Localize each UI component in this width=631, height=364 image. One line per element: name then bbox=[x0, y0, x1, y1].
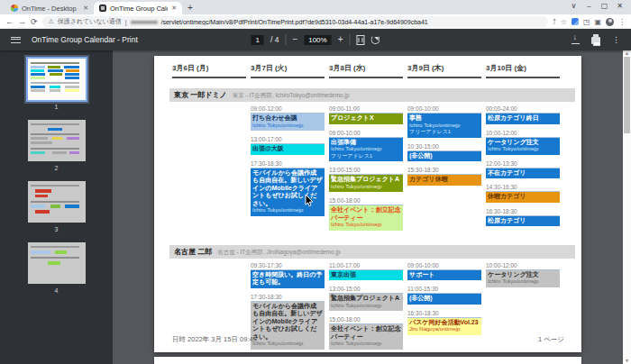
event-time: 09:00-11:00 bbox=[329, 105, 403, 114]
thumbnail-content-bar bbox=[31, 141, 52, 144]
browser-menu-chevron-icon[interactable]: ∨ bbox=[566, 0, 581, 13]
url-path: /servlet/ontimegc/Main/v8/PdfPrint/OnTim… bbox=[160, 19, 427, 25]
event-block: ケータリング注文Ichiro Tokyo/ontimejp bbox=[486, 138, 560, 155]
side-panel-icon[interactable]: ▣ bbox=[594, 18, 601, 26]
security-label: 保護されていない通信 bbox=[58, 17, 122, 26]
scroll-up-icon[interactable]: ▲ bbox=[623, 50, 631, 57]
scroll-down-icon[interactable]: ▼ bbox=[623, 358, 631, 364]
event-organizer: Ichiro Tokyo/ontimejp bbox=[488, 278, 558, 286]
event-time: 14:30-16:30 bbox=[486, 183, 560, 192]
event-block: ケータリング注文Ichiro Tokyo/ontimejp bbox=[486, 270, 560, 287]
event-block: 全社イベント：創立記念パーティーIchiro Tokyo/ontimejp bbox=[329, 205, 403, 231]
event-organizer: Ichiro Tokyo/ontimejp bbox=[331, 303, 401, 310]
event-time: 17:30-18:30 bbox=[251, 159, 325, 168]
bookmark-star-icon[interactable]: ☆ bbox=[561, 18, 567, 26]
vertical-scrollbar[interactable]: ▲ ▼ bbox=[623, 50, 631, 364]
event-time: 11:00-15:30 bbox=[407, 285, 481, 294]
thumbnail-content-bar bbox=[31, 82, 79, 84]
calendar-event: 10:30-15:00(非公開) bbox=[407, 142, 481, 162]
back-icon[interactable]: ← bbox=[5, 14, 14, 29]
page-thumbnail-4[interactable] bbox=[28, 242, 86, 284]
event-title: 緊急招集プロジェクトA bbox=[331, 176, 401, 184]
calendar-event: 12:00-13:30不在カテゴリ bbox=[486, 159, 560, 179]
minimize-button[interactable]: – bbox=[581, 0, 597, 13]
event-title: 松原カテゴリ終日 bbox=[488, 114, 558, 123]
new-tab-button[interactable]: + bbox=[187, 3, 193, 13]
tab-title: OnTime Group Calendar - Print bbox=[110, 5, 168, 13]
day-column: 00:00-24:00松原カテゴリ終日10:00-12:00ケータリング注文Ic… bbox=[486, 105, 560, 231]
tab-close-icon[interactable]: ✕ bbox=[83, 5, 88, 12]
page-number-input[interactable]: 1 bbox=[251, 35, 263, 45]
page-thumbnail-3[interactable] bbox=[28, 181, 86, 223]
maximize-button[interactable]: ▢ bbox=[597, 0, 612, 13]
event-block: サポート bbox=[407, 270, 481, 281]
page-total-label: / 4 bbox=[270, 35, 279, 44]
share-icon[interactable]: ⤴ bbox=[553, 18, 556, 26]
not-secure-warning-icon: ⚠ bbox=[49, 18, 54, 25]
rotate-icon[interactable] bbox=[371, 35, 380, 44]
pdf-document-title: OnTime Group Calendar - Print bbox=[32, 35, 138, 44]
event-block: 打ち合わせ会議Ichiro Tokyo/ontimejp bbox=[251, 114, 325, 131]
zoom-level-input[interactable]: 100% bbox=[304, 35, 331, 45]
reload-icon[interactable]: ⟳ bbox=[31, 14, 38, 29]
event-organizer: フリーアドレス1 bbox=[331, 153, 401, 160]
event-block: 松原カテゴリ bbox=[486, 216, 560, 227]
pdf-menu-icon[interactable] bbox=[11, 37, 21, 43]
scrollbar-thumb[interactable] bbox=[624, 57, 630, 133]
page-thumbnail-2[interactable] bbox=[28, 120, 86, 161]
zoom-in-button[interactable]: + bbox=[338, 31, 343, 49]
pdf-page-1: 3月6日 (月)3月7日 (火)3月8日 (水)3月9日 (木)3月10日 (金… bbox=[154, 56, 581, 352]
pdf-viewer-content: 1234 3月6日 (月)3月7日 (火)3月8日 (水)3月9日 (木)3月1… bbox=[0, 50, 631, 364]
calendar-event: 11:00-17:00東京出張 bbox=[329, 261, 403, 281]
pdf-favicon bbox=[99, 5, 106, 12]
forward-icon[interactable]: → bbox=[18, 14, 26, 29]
browser-menu-dots-icon[interactable]: ⋮ bbox=[618, 18, 626, 26]
thumbnail-page-number: 3 bbox=[55, 226, 59, 232]
tab-close-icon[interactable]: ✕ bbox=[171, 5, 177, 12]
event-block: (非公開) bbox=[407, 151, 481, 162]
browser-window: OnTime - Desktop ✕ OnTime Group Calendar… bbox=[0, 0, 631, 364]
calendar-event: 09:00-10:00出張準備Ichiro Tokyo/ontimejpフリーア… bbox=[329, 129, 403, 162]
fit-page-icon[interactable] bbox=[357, 35, 365, 45]
tab-strip: OnTime - Desktop ✕ OnTime Group Calendar… bbox=[0, 0, 631, 14]
tab-ontime-desktop[interactable]: OnTime - Desktop ✕ bbox=[5, 2, 94, 14]
page-thumbnail-1[interactable] bbox=[28, 59, 86, 100]
event-title: 緊急招集プロジェクトA bbox=[331, 295, 401, 303]
thumbnail-page-number: 1 bbox=[55, 104, 59, 110]
event-title: モバイルから会議作成も自由自在。新しいデザインのMobileクライアントもぜひお… bbox=[252, 169, 323, 208]
thumbnail-content-bar bbox=[31, 66, 79, 68]
url-input[interactable]: ⚠ 保護されていない通信 | ■■■■■■■■ /servlet/ontimeg… bbox=[42, 16, 548, 27]
tab-pdf-print[interactable]: OnTime Group Calendar - Print ✕ bbox=[94, 2, 182, 14]
event-time: 17:30-18:30 bbox=[251, 293, 325, 302]
event-title: 打ち合わせ会議 bbox=[252, 114, 323, 123]
calendar-event: 10:00-12:00ケータリング注文Ichiro Tokyo/ontimejp bbox=[486, 261, 560, 287]
thumbnail-content-bar bbox=[31, 62, 79, 64]
profile-avatar[interactable] bbox=[606, 18, 614, 26]
event-time: 10:30-15:00 bbox=[407, 142, 481, 151]
calendar-event: 16:30-18:30松原カテゴリ bbox=[486, 207, 560, 227]
document-viewport[interactable]: 3月6日 (月)3月7日 (火)3月8日 (水)3月9日 (木)3月10日 (金… bbox=[113, 50, 623, 364]
calendar-event: 09:30-17:30空き時間扱い。終日の予定も可能。 bbox=[251, 261, 325, 288]
date-header: 3月9日 (木) bbox=[407, 63, 481, 78]
event-title: (非公開) bbox=[409, 152, 480, 160]
event-title: ケータリング注文 bbox=[488, 271, 558, 279]
event-title: 休暇カテゴリ bbox=[488, 193, 558, 201]
zoom-out-button[interactable]: − bbox=[292, 31, 297, 49]
event-time: 09:00-10:00 bbox=[329, 129, 403, 138]
close-button[interactable]: ✕ bbox=[612, 0, 627, 13]
event-organizer: Ichiro Tokyo/ontimejp bbox=[252, 207, 323, 214]
event-title: 全社イベント：創立記念パーティー bbox=[331, 206, 401, 222]
events-grid: 09:00-12:00打ち合わせ会議Ichiro Tokyo/ontimejp1… bbox=[172, 105, 564, 235]
download-icon[interactable] bbox=[572, 35, 580, 44]
more-options-icon[interactable]: ⋮ bbox=[612, 35, 620, 44]
ontime-favicon bbox=[11, 5, 18, 12]
print-icon[interactable] bbox=[591, 37, 600, 44]
extensions-puzzle-icon[interactable]: ◳ bbox=[583, 18, 590, 26]
extension-icon[interactable] bbox=[572, 18, 579, 25]
event-time: 09:00-10:00 bbox=[407, 261, 481, 270]
event-time: 09:00-10:00 bbox=[407, 105, 481, 114]
thumbnail-sidebar: 1234 bbox=[0, 50, 113, 364]
event-block: 緊急招集プロジェクトAIchiro Tokyo/ontimejp bbox=[329, 175, 403, 192]
event-block: モバイルから会議作成も自由自在。新しいデザインのMobileクライアントもぜひお… bbox=[251, 168, 325, 216]
event-time: 09:30-17:30 bbox=[251, 261, 325, 270]
